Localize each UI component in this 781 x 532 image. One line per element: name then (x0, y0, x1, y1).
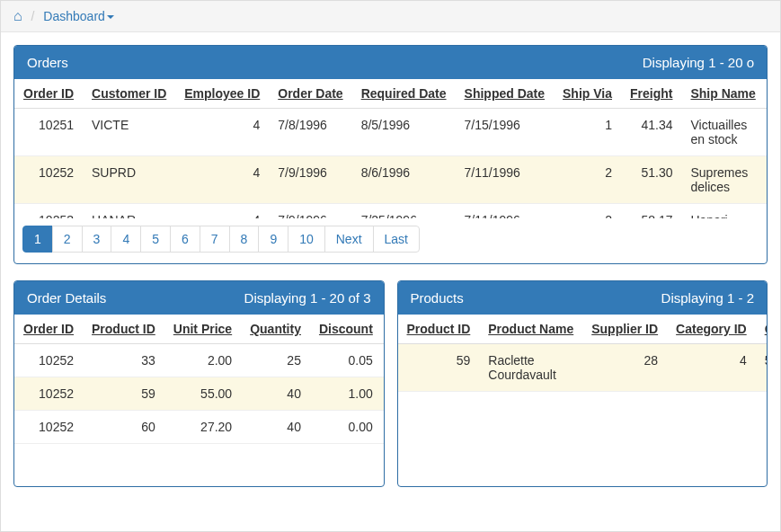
order-details-table: Order ID Product ID Unit Price Quantity … (14, 315, 384, 444)
col-order-id[interactable]: Order ID (14, 79, 83, 109)
cell-discount: 0.05 (310, 344, 382, 377)
col-od-order-id[interactable]: Order ID (14, 315, 83, 344)
order-details-header: Order Details Displaying 1 - 20 of 3 (14, 281, 384, 315)
page-last[interactable]: Last (373, 226, 420, 253)
cell-unit-price: 55.00 (164, 377, 241, 411)
page-3[interactable]: 3 (82, 226, 112, 253)
col-employee-id[interactable]: Employee ID (175, 79, 269, 109)
products-title: Products (411, 290, 464, 306)
cell-order-id: 10252 (14, 156, 83, 204)
orders-pagination: 12345678910NextLast (14, 218, 767, 263)
col-ship-address[interactable]: Ship Address (765, 79, 767, 109)
cell-employee-id: 4 (175, 109, 269, 156)
cell-category-id: 4 (382, 344, 384, 377)
dashboard-dropdown[interactable]: Dashboard (43, 9, 114, 23)
table-row[interactable]: 10253HANAR47/9/19967/25/19967/11/1996258… (14, 204, 767, 219)
col-customer-id[interactable]: Customer ID (83, 79, 175, 109)
table-row[interactable]: 10251VICTE47/8/19968/5/19967/15/1996141.… (14, 109, 767, 156)
cell-unit-price: 27.20 (164, 411, 241, 444)
cell-order-id: 10252 (14, 411, 83, 444)
cell-employee-id: 4 (175, 156, 269, 204)
cell-product-id: 60 (83, 411, 164, 444)
page-10[interactable]: 10 (288, 226, 325, 253)
page-9[interactable]: 9 (258, 226, 288, 253)
cell-discount: 1.00 (310, 377, 382, 411)
cell-quantity: 40 (241, 411, 310, 444)
home-icon: ⌂ (13, 8, 22, 23)
order-details-panel: Order Details Displaying 1 - 20 of 3 Ord… (13, 280, 385, 487)
orders-table-scroll[interactable]: Order ID Customer ID Employee ID Order D… (14, 79, 767, 218)
cell-order-id: 10252 (14, 344, 83, 377)
cell-category-id: 4 (382, 377, 384, 411)
cell-quan: 5 kg p (756, 344, 767, 392)
orders-header: Orders Displaying 1 - 20 o (14, 46, 767, 79)
cell-product-id: 33 (83, 344, 164, 377)
col-ship-via[interactable]: Ship Via (554, 79, 621, 109)
cell-freight: 51.30 (621, 156, 681, 204)
products-table: Product ID Product Name Supplier ID Cate… (398, 315, 768, 392)
order-details-table-scroll[interactable]: Order ID Product ID Unit Price Quantity … (14, 315, 384, 486)
page-next[interactable]: Next (324, 226, 374, 253)
table-row[interactable]: 102526027.20400.004 (14, 411, 384, 444)
cell-employee-id: 4 (175, 204, 269, 219)
col-ship-name[interactable]: Ship Name (681, 79, 764, 109)
col-od-quantity[interactable]: Quantity (241, 315, 310, 344)
cell-ship-via: 2 (554, 204, 621, 219)
col-required-date[interactable]: Required Date (352, 79, 456, 109)
page-1[interactable]: 1 (22, 226, 53, 253)
cell-freight: 41.34 (621, 109, 681, 156)
cell-shipped-date: 7/15/1996 (456, 109, 554, 156)
orders-table: Order ID Customer ID Employee ID Order D… (14, 79, 767, 218)
col-p-category-id[interactable]: Category ID (667, 315, 756, 344)
cell-order-date: 7/9/1996 (269, 204, 351, 219)
dashboard-label: Dashboard (43, 9, 105, 23)
home-link[interactable]: ⌂ (13, 9, 22, 23)
col-od-unit-price[interactable]: Unit Price (164, 315, 241, 344)
col-p-product-id[interactable]: Product ID (398, 315, 480, 344)
cell-required-date: 8/6/1996 (352, 156, 456, 204)
cell-order-id: 10251 (14, 109, 83, 156)
cell-customer-id: SUPRD (83, 156, 175, 204)
col-od-discount[interactable]: Discount (310, 315, 382, 344)
cell-required-date: 7/25/1996 (352, 204, 456, 219)
products-table-scroll[interactable]: Product ID Product Name Supplier ID Cate… (398, 315, 768, 486)
cell-ship-via: 2 (554, 156, 621, 204)
col-p-quan[interactable]: Quan (756, 315, 767, 344)
page-5[interactable]: 5 (140, 226, 171, 253)
col-p-product-name[interactable]: Product Name (479, 315, 582, 344)
col-freight[interactable]: Freight (621, 79, 681, 109)
cell-category-id: 4 (667, 344, 756, 392)
cell-ship-address: Boulevard Tirou, 255 (765, 156, 767, 204)
breadcrumb-separator: / (31, 9, 35, 23)
cell-quantity: 25 (241, 344, 310, 377)
breadcrumb: ⌂ / Dashboard (1, 1, 780, 32)
cell-shipped-date: 7/11/1996 (456, 204, 554, 219)
cell-ship-address: 2, rue du Commerce (765, 109, 767, 156)
cell-required-date: 8/5/1996 (352, 109, 456, 156)
page-7[interactable]: 7 (200, 226, 230, 253)
table-row[interactable]: 59Raclette Courdavault2845 kg p (398, 344, 768, 392)
orders-panel: Orders Displaying 1 - 20 o Order ID Cust… (13, 45, 768, 264)
cell-ship-name: Supremes delices (681, 156, 764, 204)
page-4[interactable]: 4 (111, 226, 141, 253)
col-p-supplier-id[interactable]: Supplier ID (582, 315, 667, 344)
orders-title: Orders (27, 55, 68, 70)
cell-ship-address: Rua do Paco, (765, 204, 767, 219)
cell-order-date: 7/8/1996 (269, 109, 351, 156)
cell-product-id: 59 (83, 377, 164, 411)
order-details-status: Displaying 1 - 20 of 3 (244, 290, 371, 306)
table-row[interactable]: 102525955.00401.004 (14, 377, 384, 411)
page-8[interactable]: 8 (229, 226, 260, 253)
page-2[interactable]: 2 (52, 226, 83, 253)
col-shipped-date[interactable]: Shipped Date (456, 79, 554, 109)
table-row[interactable]: 10252SUPRD47/9/19968/6/19967/11/1996251.… (14, 156, 767, 204)
col-od-product-id[interactable]: Product ID (83, 315, 164, 344)
page-6[interactable]: 6 (170, 226, 200, 253)
col-order-date[interactable]: Order Date (269, 79, 351, 109)
table-row[interactable]: 10252332.00250.054 (14, 344, 384, 377)
col-od-category-id[interactable]: Category ID (382, 315, 384, 344)
cell-discount: 0.00 (310, 411, 382, 444)
cell-product-id: 59 (398, 344, 480, 392)
cell-ship-name: Hanari Carnes (681, 204, 764, 219)
cell-order-id: 10252 (14, 377, 83, 411)
